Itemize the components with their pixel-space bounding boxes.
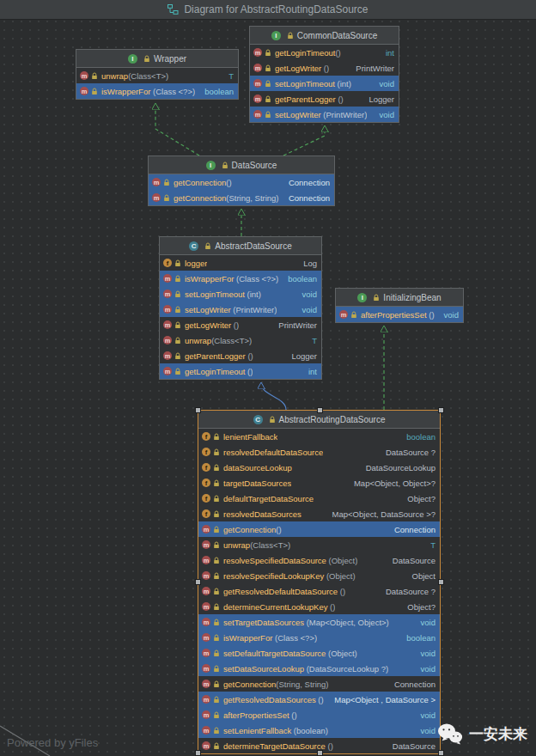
member-row-getLogWriter[interactable]: mgetLogWriter ()PrintWriter xyxy=(250,60,399,76)
member-row-getResolvedDataSources[interactable]: mgetResolvedDataSources ()Map<Object , D… xyxy=(198,692,440,707)
member-signature: determineCurrentLookupKey () xyxy=(223,602,335,612)
member-signature: afterPropertiesSet () xyxy=(361,310,435,320)
member-signature: setDataSourceLookup (DataSourceLookup ?) xyxy=(223,664,388,674)
method-icon: m xyxy=(202,695,210,704)
selection-handle[interactable] xyxy=(438,407,444,413)
member-row-targetDataSources[interactable]: ftargetDataSourcesMap<Object, Object>? xyxy=(198,475,440,491)
class-data-source[interactable]: IDataSourcemgetConnection()Connectionmge… xyxy=(148,155,335,206)
member-row-resolvedDefaultDataSource[interactable]: fresolvedDefaultDataSourceDataSource ? xyxy=(198,444,440,460)
selection-handle[interactable] xyxy=(195,750,201,756)
key-icon xyxy=(204,242,211,250)
class-abstract-data-source[interactable]: CAbstractDataSourcefloggerLogmisWrapperF… xyxy=(159,236,322,380)
member-row-lenientFallback[interactable]: flenientFallbackboolean xyxy=(198,429,440,444)
member-row-setLogWriter[interactable]: msetLogWriter (PrintWriter)void xyxy=(250,107,399,122)
member-row-setTargetDataSources[interactable]: msetTargetDataSources (Map<Object, Objec… xyxy=(198,614,440,630)
member-row-setDefaultTargetDataSource[interactable]: msetDefaultTargetDataSource (Object)void xyxy=(198,645,440,661)
lock-icon xyxy=(174,306,181,314)
member-row-isWrapperFor[interactable]: misWrapperFor (Class <?>)boolean xyxy=(76,83,238,99)
member-row-setDataSourceLookup[interactable]: msetDataSourceLookup (DataSourceLookup ?… xyxy=(198,661,440,676)
class-initializing-bean[interactable]: IInitializingBeanmafterPropertiesSet ()v… xyxy=(335,288,464,323)
class-common-data-source[interactable]: ICommonDataSourcemgetLoginTimeout()intmg… xyxy=(249,26,399,123)
powered-by-label: Powered by yFiles xyxy=(7,736,98,749)
class-header-initializing-bean[interactable]: IInitializingBean xyxy=(336,289,463,307)
member-row-afterPropertiesSet[interactable]: mafterPropertiesSet ()void xyxy=(198,707,440,722)
interface-icon: I xyxy=(357,293,367,302)
selection-handle[interactable] xyxy=(317,750,323,756)
member-signature: getConnection(String, String) xyxy=(223,680,329,689)
member-row-getConnection[interactable]: mgetConnection()Connection xyxy=(149,174,334,190)
class-header-common-data-source[interactable]: ICommonDataSource xyxy=(250,27,399,45)
member-row-getLoginTimeout[interactable]: mgetLoginTimeout()int xyxy=(250,45,399,60)
brand-watermark: 一安未来 xyxy=(437,722,527,746)
member-signature: getLogWriter () xyxy=(185,320,239,330)
member-row-getConnection[interactable]: mgetConnection(String, String)Connection xyxy=(149,190,334,205)
member-row-resolveSpecifiedLookupKey[interactable]: mresolveSpecifiedLookupKey (Object)Objec… xyxy=(198,568,440,583)
method-icon: m xyxy=(202,587,210,595)
lock-icon xyxy=(265,49,271,57)
class-header-wrapper[interactable]: IWrapper xyxy=(76,50,238,68)
member-row-unwrap[interactable]: munwrap(Class<T>)T xyxy=(76,68,238,83)
member-row-afterPropertiesSet[interactable]: mafterPropertiesSet ()void xyxy=(336,307,463,322)
selection-handle[interactable] xyxy=(438,750,444,756)
member-row-getConnection[interactable]: mgetConnection()Connection xyxy=(198,521,440,537)
class-wrapper[interactable]: IWrappermunwrap(Class<T>)TmisWrapperFor … xyxy=(76,49,239,100)
selection-handle[interactable] xyxy=(438,579,444,585)
class-title: AbstractDataSource xyxy=(215,241,292,251)
member-signature: setLoginTimeout (int) xyxy=(275,79,351,88)
member-row-getConnection[interactable]: mgetConnection(String, String)Connection xyxy=(198,676,440,692)
selection-handle[interactable] xyxy=(195,579,201,585)
diagram-icon xyxy=(168,4,179,15)
method-icon: m xyxy=(339,310,348,319)
diagram-title-bar: Diagram for AbstractRoutingDataSource xyxy=(0,0,536,20)
member-row-getLoginTimeout[interactable]: mgetLoginTimeout ()int xyxy=(160,363,321,379)
selection-handle[interactable] xyxy=(195,407,201,413)
member-row-unwrap[interactable]: munwrap(Class<T>)T xyxy=(160,332,321,348)
member-return-type: DataSource xyxy=(387,741,436,751)
class-abstract-routing-data-source[interactable]: CAbstractRoutingDataSourceflenientFallba… xyxy=(198,410,441,754)
member-return-type: void xyxy=(416,726,436,735)
member-signature: setDefaultTargetDataSource (Object) xyxy=(223,649,357,658)
member-row-dataSourceLookup[interactable]: fdataSourceLookupDataSourceLookup xyxy=(198,460,440,475)
member-return-type: Connection xyxy=(389,525,436,534)
member-row-isWrapperFor[interactable]: misWrapperFor (Class <?>)boolean xyxy=(160,271,321,286)
method-icon: m xyxy=(163,274,172,283)
lock-icon xyxy=(213,464,220,472)
class-header-abstract-routing-data-source[interactable]: CAbstractRoutingDataSource xyxy=(198,411,440,429)
diagram-canvas[interactable]: IWrappermunwrap(Class<T>)TmisWrapperFor … xyxy=(0,0,536,756)
member-row-setLogWriter[interactable]: msetLogWriter (PrintWriter)void xyxy=(160,302,321,317)
lock-icon xyxy=(213,742,220,750)
lock-icon xyxy=(174,337,181,344)
field-icon: f xyxy=(202,509,210,518)
member-row-setLoginTimeout[interactable]: msetLoginTimeout (int)void xyxy=(250,76,399,91)
lock-icon xyxy=(213,588,220,595)
member-row-isWrapperFor[interactable]: misWrapperFor (Class <?>)boolean xyxy=(198,630,440,645)
member-row-setLoginTimeout[interactable]: msetLoginTimeout (int)void xyxy=(160,286,321,302)
member-row-getParentLogger[interactable]: mgetParentLogger ()Logger xyxy=(160,348,321,363)
selection-handle[interactable] xyxy=(317,407,323,413)
member-row-resolveSpecifiedDataSource[interactable]: mresolveSpecifiedDataSource (Object)Data… xyxy=(198,552,440,568)
member-row-setLenientFallback[interactable]: msetLenientFallback (boolean)void xyxy=(198,722,440,738)
field-icon: f xyxy=(202,479,210,487)
member-row-logger[interactable]: floggerLog xyxy=(160,255,321,271)
member-row-unwrap[interactable]: munwrap(Class<T>)T xyxy=(198,537,440,552)
lock-icon xyxy=(213,619,220,626)
key-icon xyxy=(269,416,276,424)
member-signature: determineTargetDataSource () xyxy=(223,741,333,751)
member-row-getParentLogger[interactable]: mgetParentLogger ()Logger xyxy=(250,91,399,107)
lock-icon xyxy=(163,179,170,186)
member-row-getResolvedDefaultDataSource[interactable]: mgetResolvedDefaultDataSource ()DataSour… xyxy=(198,583,440,599)
class-header-abstract-data-source[interactable]: CAbstractDataSource xyxy=(160,237,321,255)
lock-icon xyxy=(91,72,98,80)
member-row-getLogWriter[interactable]: mgetLogWriter ()PrintWriter xyxy=(160,317,321,332)
member-row-resolvedDataSources[interactable]: fresolvedDataSourcesMap<Object, DataSour… xyxy=(198,506,440,521)
member-signature: targetDataSources xyxy=(223,479,291,488)
class-header-data-source[interactable]: IDataSource xyxy=(149,156,334,174)
lock-icon xyxy=(213,572,220,580)
member-row-determineCurrentLookupKey[interactable]: mdetermineCurrentLookupKey ()Object? xyxy=(198,599,440,614)
member-return-type: int xyxy=(381,48,394,58)
key-icon xyxy=(287,32,294,40)
member-row-defaultTargetDataSource[interactable]: fdefaultTargetDataSourceObject? xyxy=(198,491,440,506)
field-icon: f xyxy=(202,448,210,456)
lock-icon xyxy=(174,275,181,283)
member-return-type: boolean xyxy=(283,274,317,284)
